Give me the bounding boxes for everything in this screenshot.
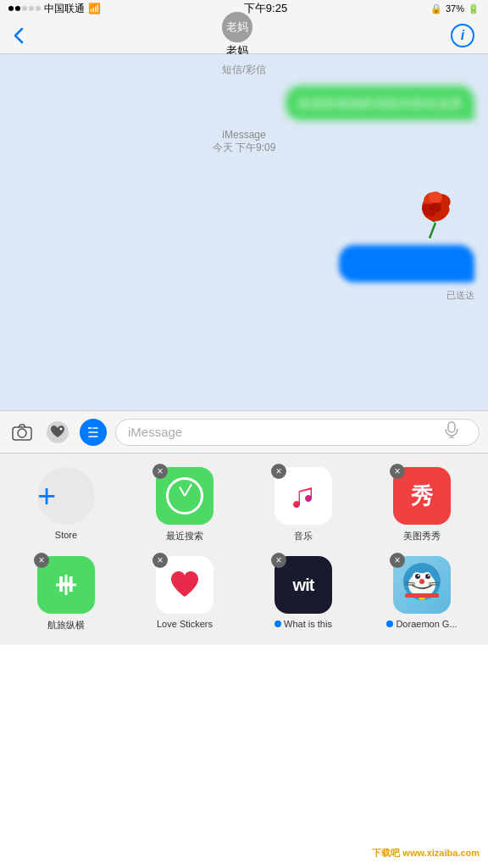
app-store-icon: +: [37, 467, 95, 525]
app-music-label: 音乐: [294, 530, 313, 542]
info-icon: i: [461, 28, 464, 43]
message-input[interactable]: iMessage: [115, 419, 480, 446]
apps-button[interactable]: [80, 419, 107, 446]
avatar-text: 老妈: [226, 19, 248, 35]
app-love-icon-wrapper: ×: [156, 556, 214, 614]
app-meitu[interactable]: × 秀 美图秀秀: [366, 467, 478, 542]
sent-imessage-bubble: [339, 245, 474, 282]
app-store-icon-wrapper: +: [37, 467, 95, 525]
clock-icon: [166, 477, 203, 515]
svg-point-24: [418, 575, 419, 576]
info-button[interactable]: i: [451, 24, 474, 47]
app-meitu-label: 美图秀秀: [403, 530, 441, 542]
status-right: 🔒 37% 🔋: [430, 3, 480, 14]
app-recent-label: 最近搜索: [166, 530, 203, 542]
app-store[interactable]: + Store: [10, 467, 122, 542]
app-music[interactable]: × 音乐: [247, 467, 359, 542]
dot2: [15, 6, 20, 11]
remove-love-button[interactable]: ×: [152, 553, 168, 568]
signal-dots: [8, 6, 41, 11]
svg-point-6: [430, 203, 441, 213]
status-left: 中国联通 📶: [8, 2, 101, 16]
app-music-icon-wrapper: ×: [274, 467, 332, 525]
carrier-label: 中国联通: [44, 2, 85, 16]
back-button[interactable]: [14, 27, 24, 44]
remove-recent-button[interactable]: ×: [152, 464, 168, 479]
input-bar: iMessage: [0, 410, 488, 453]
hanlu-svg: H: [47, 566, 85, 604]
avatar: 老妈: [222, 12, 252, 42]
nav-center: 老妈 老妈: [222, 12, 252, 58]
app-meitu-icon-wrapper: × 秀: [393, 467, 451, 525]
music-note-svg: [285, 477, 322, 515]
app-wit-label: What is this: [284, 619, 332, 629]
lock-icon: 🔒: [430, 3, 442, 14]
meitu-text: 秀: [411, 481, 433, 511]
clock-minute-hand: [184, 484, 192, 497]
app-recent-icon-wrapper: ×: [156, 467, 214, 525]
sms-text: 发送给老妈的消息内容在这里: [297, 96, 463, 110]
dot5: [36, 6, 41, 11]
camera-button[interactable]: [8, 419, 36, 446]
svg-point-22: [415, 574, 420, 579]
app-hanlu[interactable]: × H 航旅纵横: [10, 556, 122, 632]
app-doraemon-label: Doraemon G...: [396, 619, 457, 629]
store-plus-icon: +: [37, 478, 56, 514]
digital-touch-button[interactable]: [44, 419, 71, 446]
remove-music-button[interactable]: ×: [271, 464, 286, 479]
svg-point-23: [425, 574, 430, 579]
svg-point-25: [428, 575, 430, 576]
rose-svg: [400, 164, 468, 240]
app-wit-icon-wrapper: × wit: [274, 556, 332, 614]
remove-hanlu-button[interactable]: ×: [34, 553, 49, 568]
app-doraemon-icon-wrapper: ×: [393, 556, 451, 614]
svg-point-11: [88, 427, 90, 429]
wifi-icon: 📶: [88, 3, 101, 14]
imessage-label: iMessage 今天 下午9:09: [14, 129, 474, 155]
wit-blue-dot: [274, 620, 281, 627]
dot1: [8, 6, 14, 11]
mic-button[interactable]: [445, 421, 458, 442]
app-hanlu-label: 航旅纵横: [47, 619, 85, 632]
app-hanlu-icon-wrapper: × H: [37, 556, 95, 614]
svg-rect-32: [405, 593, 439, 598]
wit-text: wit: [293, 576, 314, 595]
love-heart-svg: [164, 565, 205, 605]
remove-meitu-button[interactable]: ×: [390, 464, 405, 479]
nav-bar: 老妈 老妈 i: [0, 17, 488, 54]
message-placeholder: iMessage: [128, 425, 182, 439]
svg-point-10: [60, 427, 63, 430]
rose-sticker: [14, 164, 474, 240]
battery-icon: 🔋: [468, 3, 480, 14]
dot4: [29, 6, 34, 11]
app-wit[interactable]: × wit What is this: [247, 556, 359, 632]
svg-point-5: [429, 192, 442, 203]
sent-sms-bubble: 发送给老妈的消息内容在这里: [286, 86, 474, 120]
svg-point-26: [419, 579, 424, 584]
app-recent[interactable]: × 最近搜索: [129, 467, 241, 542]
doraemon-svg: [396, 559, 447, 610]
delivered-label: 已送达: [14, 289, 474, 302]
remove-wit-button[interactable]: ×: [271, 553, 286, 568]
app-love[interactable]: × Love Stickers: [129, 556, 241, 632]
sms-label: 短信/彩信: [14, 63, 474, 77]
app-love-label: Love Stickers: [157, 619, 213, 629]
battery-percent: 37%: [446, 3, 464, 14]
svg-rect-12: [448, 422, 455, 432]
messages-area: 短信/彩信 发送给老妈的消息内容在这里 iMessage 今天 下午9:09: [0, 54, 488, 410]
watermark: 下载吧 www.xizaiba.com: [372, 847, 480, 860]
remove-doraemon-button[interactable]: ×: [390, 553, 405, 568]
sent-sms-row: 发送给老妈的消息内容在这里: [14, 86, 474, 120]
dot3: [22, 6, 27, 11]
svg-point-8: [18, 429, 26, 437]
app-doraemon[interactable]: ×: [366, 556, 478, 632]
app-store-label: Store: [55, 530, 77, 540]
sent-imessage-row: [14, 245, 474, 282]
apps-tray: + Store × 最近搜索 ×: [0, 453, 488, 645]
doraemon-blue-dot: [386, 620, 393, 627]
